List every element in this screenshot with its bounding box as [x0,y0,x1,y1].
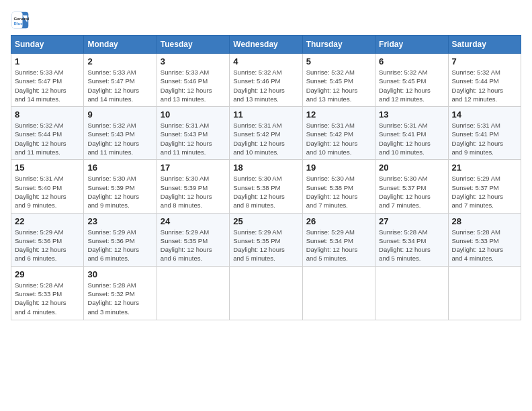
day-info: Sunrise: 5:30 AMSunset: 5:39 PMDaylight:… [161,174,226,210]
day-info: Sunrise: 5:32 AMSunset: 5:43 PMDaylight:… [87,121,152,156]
day-info: Sunrise: 5:30 AMSunset: 5:39 PMDaylight:… [87,174,152,210]
day-info: Sunrise: 5:31 AMSunset: 5:41 PMDaylight:… [379,121,444,156]
calendar-cell: 15Sunrise: 5:31 AMSunset: 5:40 PMDayligh… [11,160,84,213]
calendar-cell: 7Sunrise: 5:32 AMSunset: 5:44 PMDaylight… [448,54,521,107]
calendar-cell: 10Sunrise: 5:31 AMSunset: 5:43 PMDayligh… [157,107,229,160]
day-info: Sunrise: 5:31 AMSunset: 5:42 PMDaylight:… [306,121,371,156]
day-info: Sunrise: 5:29 AMSunset: 5:35 PMDaylight:… [233,228,298,263]
day-number: 11 [233,109,298,120]
calendar-cell: 18Sunrise: 5:30 AMSunset: 5:38 PMDayligh… [230,160,302,213]
svg-text:General: General [13,16,29,21]
weekday-header: Tuesday [157,36,229,54]
calendar-week-row: 29Sunrise: 5:28 AMSunset: 5:33 PMDayligh… [11,266,521,320]
day-info: Sunrise: 5:33 AMSunset: 5:47 PMDaylight:… [15,68,80,103]
weekday-header: Monday [84,36,157,54]
day-info: Sunrise: 5:31 AMSunset: 5:41 PMDaylight:… [452,121,517,156]
day-number: 13 [379,109,444,120]
day-number: 9 [87,109,152,120]
day-number: 19 [306,163,371,173]
day-info: Sunrise: 5:30 AMSunset: 5:38 PMDaylight:… [306,174,371,210]
day-number: 18 [233,163,298,173]
calendar-cell: 8Sunrise: 5:32 AMSunset: 5:44 PMDaylight… [11,107,84,160]
calendar-cell: 23Sunrise: 5:29 AMSunset: 5:36 PMDayligh… [84,213,157,266]
calendar-week-row: 22Sunrise: 5:29 AMSunset: 5:36 PMDayligh… [11,213,521,266]
day-info: Sunrise: 5:33 AMSunset: 5:46 PMDaylight:… [161,68,226,103]
logo-icon: General Blue [11,11,30,30]
day-number: 4 [233,56,298,66]
day-info: Sunrise: 5:33 AMSunset: 5:47 PMDaylight:… [87,68,152,103]
day-number: 12 [306,109,371,120]
day-info: Sunrise: 5:28 AMSunset: 5:33 PMDaylight:… [15,281,80,316]
calendar-cell: 20Sunrise: 5:30 AMSunset: 5:37 PMDayligh… [375,160,448,213]
day-info: Sunrise: 5:29 AMSunset: 5:36 PMDaylight:… [15,228,80,263]
calendar-cell [375,266,448,320]
weekday-header: Friday [375,36,448,54]
calendar-cell: 13Sunrise: 5:31 AMSunset: 5:41 PMDayligh… [375,107,448,160]
day-info: Sunrise: 5:32 AMSunset: 5:45 PMDaylight:… [306,68,371,103]
calendar-week-row: 15Sunrise: 5:31 AMSunset: 5:40 PMDayligh… [11,160,521,213]
day-info: Sunrise: 5:30 AMSunset: 5:38 PMDaylight:… [233,174,298,210]
day-number: 22 [15,216,80,226]
calendar-cell: 19Sunrise: 5:30 AMSunset: 5:38 PMDayligh… [302,160,375,213]
calendar-cell: 24Sunrise: 5:29 AMSunset: 5:35 PMDayligh… [157,213,229,266]
day-info: Sunrise: 5:31 AMSunset: 5:42 PMDaylight:… [233,121,298,156]
day-info: Sunrise: 5:32 AMSunset: 5:46 PMDaylight:… [233,68,298,103]
day-info: Sunrise: 5:28 AMSunset: 5:32 PMDaylight:… [87,281,152,316]
day-number: 20 [379,163,444,173]
day-number: 15 [15,163,80,173]
weekday-header: Saturday [448,36,521,54]
day-number: 21 [452,163,517,173]
weekday-header: Wednesday [230,36,302,54]
weekday-header: Thursday [302,36,375,54]
calendar-body: 1Sunrise: 5:33 AMSunset: 5:47 PMDaylight… [11,54,521,320]
day-number: 16 [87,163,152,173]
day-info: Sunrise: 5:31 AMSunset: 5:43 PMDaylight:… [161,121,226,156]
calendar-header: SundayMondayTuesdayWednesdayThursdayFrid… [11,36,521,54]
calendar-cell: 14Sunrise: 5:31 AMSunset: 5:41 PMDayligh… [448,107,521,160]
calendar-cell: 11Sunrise: 5:31 AMSunset: 5:42 PMDayligh… [230,107,302,160]
day-info: Sunrise: 5:32 AMSunset: 5:44 PMDaylight:… [452,68,517,103]
day-number: 3 [161,56,226,66]
weekday-header: Sunday [11,36,84,54]
calendar-cell: 17Sunrise: 5:30 AMSunset: 5:39 PMDayligh… [157,160,229,213]
day-info: Sunrise: 5:29 AMSunset: 5:35 PMDaylight:… [161,228,226,263]
calendar-cell [157,266,229,320]
day-info: Sunrise: 5:29 AMSunset: 5:37 PMDaylight:… [452,174,517,210]
calendar-cell: 22Sunrise: 5:29 AMSunset: 5:36 PMDayligh… [11,213,84,266]
calendar-week-row: 8Sunrise: 5:32 AMSunset: 5:44 PMDaylight… [11,107,521,160]
day-number: 1 [15,56,80,66]
calendar-cell: 16Sunrise: 5:30 AMSunset: 5:39 PMDayligh… [84,160,157,213]
day-number: 5 [306,56,371,66]
calendar-cell: 1Sunrise: 5:33 AMSunset: 5:47 PMDaylight… [11,54,84,107]
day-number: 29 [15,269,80,279]
calendar-cell [302,266,375,320]
day-number: 6 [379,56,444,66]
day-info: Sunrise: 5:28 AMSunset: 5:33 PMDaylight:… [452,228,517,263]
day-info: Sunrise: 5:32 AMSunset: 5:44 PMDaylight:… [15,121,80,156]
day-info: Sunrise: 5:30 AMSunset: 5:37 PMDaylight:… [379,174,444,210]
day-number: 27 [379,216,444,226]
day-number: 30 [87,269,152,279]
day-number: 23 [87,216,152,226]
day-number: 8 [15,109,80,120]
day-number: 2 [87,56,152,66]
day-number: 17 [161,163,226,173]
day-number: 25 [233,216,298,226]
calendar-cell: 30Sunrise: 5:28 AMSunset: 5:32 PMDayligh… [84,266,157,320]
svg-text:Blue: Blue [13,21,23,26]
calendar-table: SundayMondayTuesdayWednesdayThursdayFrid… [11,35,521,320]
calendar-cell: 4Sunrise: 5:32 AMSunset: 5:46 PMDaylight… [230,54,302,107]
day-info: Sunrise: 5:31 AMSunset: 5:40 PMDaylight:… [15,174,80,210]
day-number: 24 [161,216,226,226]
calendar-cell: 26Sunrise: 5:29 AMSunset: 5:34 PMDayligh… [302,213,375,266]
calendar-cell: 5Sunrise: 5:32 AMSunset: 5:45 PMDaylight… [302,54,375,107]
day-number: 14 [452,109,517,120]
day-info: Sunrise: 5:29 AMSunset: 5:36 PMDaylight:… [87,228,152,263]
calendar-cell: 3Sunrise: 5:33 AMSunset: 5:46 PMDaylight… [157,54,229,107]
day-info: Sunrise: 5:28 AMSunset: 5:34 PMDaylight:… [379,228,444,263]
day-info: Sunrise: 5:29 AMSunset: 5:34 PMDaylight:… [306,228,371,263]
day-number: 28 [452,216,517,226]
weekday-row: SundayMondayTuesdayWednesdayThursdayFrid… [11,36,521,54]
calendar-week-row: 1Sunrise: 5:33 AMSunset: 5:47 PMDaylight… [11,54,521,107]
calendar-cell: 28Sunrise: 5:28 AMSunset: 5:33 PMDayligh… [448,213,521,266]
